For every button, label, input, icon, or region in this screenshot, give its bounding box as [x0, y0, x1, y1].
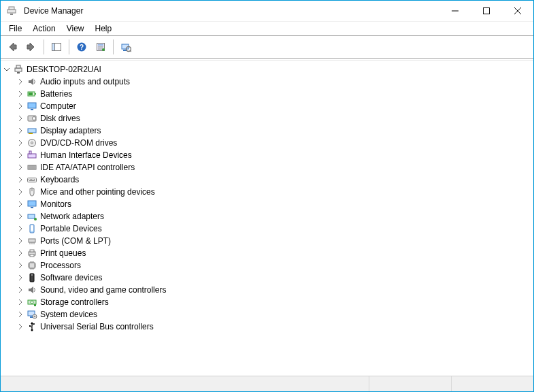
svg-rect-50: [28, 201, 36, 206]
tree-category-label: Ports (COM & LPT): [40, 236, 111, 246]
chevron-right-icon[interactable]: [16, 310, 25, 319]
keyboard-icon: [27, 174, 37, 185]
chevron-right-icon[interactable]: [16, 285, 25, 295]
minimize-icon: [452, 7, 458, 14]
disk-icon: [27, 113, 37, 124]
chevron-down-icon[interactable]: [2, 65, 12, 74]
show-hide-tree-button[interactable]: [48, 38, 65, 56]
toolbar-separator: [69, 39, 69, 54]
tree-category[interactable]: Batteries: [2, 88, 531, 100]
back-button[interactable]: [3, 38, 21, 56]
toolbar: ?: [1, 36, 533, 58]
tree-category[interactable]: Processors: [2, 259, 531, 272]
tree-category[interactable]: Portable Devices: [2, 223, 531, 235]
scan-hardware-button[interactable]: [117, 38, 135, 56]
menu-action[interactable]: Action: [29, 22, 59, 35]
chevron-right-icon[interactable]: [16, 212, 25, 221]
tree-root[interactable]: DESKTOP-02R2UAI: [2, 63, 531, 76]
tree-category[interactable]: Human Interface Devices: [2, 149, 531, 161]
tree-category[interactable]: Universal Serial Bus controllers: [2, 321, 531, 333]
close-button[interactable]: [502, 1, 533, 21]
chevron-right-icon[interactable]: [16, 297, 25, 307]
tree-category[interactable]: Ports (COM & LPT): [2, 235, 531, 247]
svg-rect-8: [52, 44, 55, 51]
software-icon: [27, 272, 37, 283]
menu-help[interactable]: Help: [91, 22, 116, 35]
chevron-right-icon[interactable]: [16, 89, 25, 99]
menu-file[interactable]: File: [5, 22, 26, 35]
chevron-right-icon[interactable]: [16, 273, 25, 282]
tree-category[interactable]: DVD/CD-ROM drives: [2, 137, 531, 149]
svg-rect-34: [28, 154, 36, 158]
tree-category[interactable]: Keyboards: [2, 174, 531, 186]
tree-category[interactable]: Storage controllers: [2, 296, 531, 308]
tree-category[interactable]: Monitors: [2, 198, 531, 210]
window-title: Device Manager: [24, 6, 83, 16]
printer-icon: [27, 248, 37, 259]
tree-category[interactable]: Display adapters: [2, 125, 531, 137]
svg-rect-43: [29, 179, 29, 180]
computer-icon: [13, 64, 24, 75]
chevron-right-icon[interactable]: [16, 261, 25, 270]
svg-line-19: [130, 50, 131, 52]
tree-category-label: Batteries: [40, 89, 72, 99]
tree-category-label: Keyboards: [40, 175, 79, 184]
chevron-right-icon[interactable]: [16, 163, 25, 172]
chevron-right-icon[interactable]: [16, 322, 25, 331]
chevron-right-icon[interactable]: [16, 175, 25, 184]
help-button[interactable]: ?: [73, 38, 90, 56]
tree-category-label: Sound, video and game controllers: [40, 285, 166, 295]
chevron-right-icon[interactable]: [16, 126, 25, 135]
menu-view[interactable]: View: [63, 22, 88, 35]
chevron-right-icon[interactable]: [16, 114, 25, 123]
chevron-right-icon[interactable]: [16, 224, 25, 233]
svg-rect-65: [34, 304, 36, 306]
tree-category-label: Network adapters: [40, 212, 104, 221]
properties-button[interactable]: [92, 38, 110, 56]
tree-category-label: Universal Serial Bus controllers: [40, 322, 154, 331]
tree-root-label: DESKTOP-02R2UAI: [27, 65, 101, 74]
chevron-right-icon[interactable]: [16, 236, 25, 246]
tree-category[interactable]: IDE ATA/ATAPI controllers: [2, 161, 531, 174]
chevron-right-icon[interactable]: [16, 248, 25, 258]
svg-rect-1: [9, 7, 14, 10]
tree-category-label: System devices: [40, 310, 97, 319]
battery-icon: [27, 88, 37, 99]
tree-category-label: Print queues: [40, 248, 86, 258]
tree-category-label: IDE ATA/ATAPI controllers: [40, 163, 135, 172]
tree-category-label: Mice and other pointing devices: [40, 187, 155, 197]
svg-rect-27: [31, 109, 33, 110]
tree-category[interactable]: Audio inputs and outputs: [2, 76, 531, 88]
toolbar-separator: [44, 39, 44, 54]
chevron-right-icon[interactable]: [16, 187, 25, 197]
system-icon: [27, 309, 37, 320]
monitor-icon: [27, 101, 37, 112]
chevron-right-icon[interactable]: [16, 101, 25, 111]
tree-category[interactable]: System devices: [2, 308, 531, 321]
tree-category[interactable]: Print queues: [2, 247, 531, 259]
maximize-button[interactable]: [471, 1, 502, 21]
chevron-right-icon[interactable]: [16, 77, 25, 86]
tree-category[interactable]: Computer: [2, 100, 531, 112]
maximize-icon: [483, 7, 490, 14]
forward-button[interactable]: [22, 38, 40, 56]
svg-rect-42: [28, 178, 37, 182]
statusbar: [1, 376, 533, 391]
chevron-right-icon[interactable]: [16, 150, 25, 160]
tree-category[interactable]: Software devices: [2, 272, 531, 284]
svg-rect-74: [29, 325, 31, 327]
tree-category[interactable]: Network adapters: [2, 210, 531, 223]
svg-rect-58: [30, 250, 34, 252]
chevron-right-icon[interactable]: [16, 199, 25, 209]
chevron-right-icon[interactable]: [16, 138, 25, 148]
minimize-button[interactable]: [439, 1, 471, 21]
svg-rect-22: [17, 72, 20, 74]
tree-category[interactable]: Mice and other pointing devices: [2, 186, 531, 198]
tree-category[interactable]: Disk drives: [2, 112, 531, 125]
svg-point-62: [31, 274, 33, 276]
svg-rect-55: [31, 225, 33, 231]
tree-category[interactable]: Sound, video and game controllers: [2, 284, 531, 296]
status-cell: [1, 376, 369, 391]
svg-rect-26: [28, 103, 36, 108]
tree-category-label: Computer: [40, 101, 76, 111]
